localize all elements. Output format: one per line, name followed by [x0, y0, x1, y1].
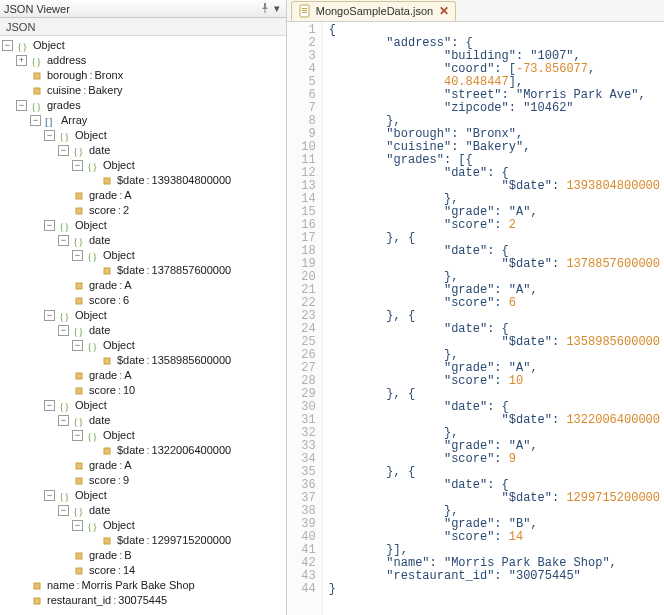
- tree-column-header[interactable]: JSON: [0, 18, 286, 36]
- expander-icon[interactable]: −: [58, 325, 69, 336]
- expander-icon[interactable]: −: [72, 160, 83, 171]
- tree-row[interactable]: grade:A: [2, 368, 284, 383]
- leaf-icon: [100, 264, 114, 278]
- tab-bar: MongoSampleData.json ✕: [287, 0, 664, 22]
- tree-row[interactable]: −{}date: [2, 233, 284, 248]
- tree-row[interactable]: grade:A: [2, 278, 284, 293]
- tree-row[interactable]: −{}Object: [2, 488, 284, 503]
- pin-icon[interactable]: [258, 3, 272, 15]
- tab-label: MongoSampleData.json: [316, 5, 433, 17]
- svg-rect-28: [76, 463, 82, 469]
- tree-row[interactable]: cuisine:Bakery: [2, 83, 284, 98]
- tree-row[interactable]: name:Morris Park Bake Shop: [2, 578, 284, 593]
- code-line[interactable]: "restaurant_id": "30075445": [329, 570, 660, 583]
- tree-row[interactable]: −{}Object: [2, 248, 284, 263]
- tree-row[interactable]: score:2: [2, 203, 284, 218]
- leaf-icon: [72, 189, 86, 203]
- object-icon: {}: [72, 504, 86, 518]
- code-area[interactable]: { "address": { "building": "1007", "coor…: [323, 22, 664, 615]
- svg-rect-15: [104, 268, 110, 274]
- tree-row[interactable]: −{}Object: [2, 38, 284, 53]
- expander-icon[interactable]: −: [58, 415, 69, 426]
- tree-row[interactable]: −{}Object: [2, 428, 284, 443]
- svg-text:{}: {}: [59, 310, 70, 322]
- svg-rect-22: [76, 373, 82, 379]
- tree-row[interactable]: score:14: [2, 563, 284, 578]
- expander-icon[interactable]: −: [72, 250, 83, 261]
- svg-rect-10: [76, 193, 82, 199]
- tree-row[interactable]: grade:A: [2, 188, 284, 203]
- leaf-icon: [72, 204, 86, 218]
- tree-row[interactable]: score:9: [2, 473, 284, 488]
- expander-icon[interactable]: −: [58, 235, 69, 246]
- expander-icon[interactable]: −: [72, 520, 83, 531]
- tree-row[interactable]: grade:A: [2, 458, 284, 473]
- tree-row[interactable]: −{}date: [2, 413, 284, 428]
- expander-icon[interactable]: −: [44, 220, 55, 231]
- tree-row[interactable]: $date:1378857600000: [2, 263, 284, 278]
- code-editor[interactable]: 1234567891011121314151617181920212223242…: [287, 22, 664, 615]
- expander-icon[interactable]: −: [30, 115, 41, 126]
- workspace: JSON Viewer ▾ JSON −{}Object+{}addressbo…: [0, 0, 664, 615]
- tree-row[interactable]: −{}date: [2, 323, 284, 338]
- object-icon: {}: [30, 99, 44, 113]
- object-icon: {}: [58, 219, 72, 233]
- tree-row[interactable]: −{}Object: [2, 218, 284, 233]
- code-line[interactable]: }: [329, 583, 660, 596]
- line-number-gutter: 1234567891011121314151617181920212223242…: [287, 22, 323, 615]
- object-icon: {}: [72, 234, 86, 248]
- svg-rect-3: [34, 88, 40, 94]
- object-icon: {}: [72, 144, 86, 158]
- tree-row[interactable]: −{}date: [2, 143, 284, 158]
- close-icon[interactable]: ✕: [439, 4, 449, 18]
- svg-rect-33: [104, 538, 110, 544]
- json-tree[interactable]: −{}Object+{}addressborough:Bronxcuisine:…: [0, 36, 286, 615]
- tree-row[interactable]: restaurant_id:30075445: [2, 593, 284, 608]
- expander-icon[interactable]: +: [16, 55, 27, 66]
- expander-icon[interactable]: −: [44, 130, 55, 141]
- tree-row[interactable]: −[]Array: [2, 113, 284, 128]
- tree-row[interactable]: $date:1299715200000: [2, 533, 284, 548]
- tree-row[interactable]: grade:B: [2, 548, 284, 563]
- tree-row[interactable]: score:6: [2, 293, 284, 308]
- expander-icon[interactable]: −: [44, 490, 55, 501]
- expander-icon[interactable]: −: [72, 430, 83, 441]
- expander-icon[interactable]: −: [16, 100, 27, 111]
- leaf-icon: [72, 279, 86, 293]
- expander-icon[interactable]: −: [58, 505, 69, 516]
- tree-row[interactable]: −{}Object: [2, 338, 284, 353]
- tree-row[interactable]: −{}Object: [2, 128, 284, 143]
- object-icon: {}: [86, 249, 100, 263]
- tree-row[interactable]: −{}Object: [2, 518, 284, 533]
- tree-row[interactable]: +{}address: [2, 53, 284, 68]
- svg-rect-21: [104, 358, 110, 364]
- svg-rect-29: [76, 478, 82, 484]
- tree-row[interactable]: −{}Object: [2, 158, 284, 173]
- svg-text:{}: {}: [31, 100, 42, 112]
- object-icon: {}: [86, 519, 100, 533]
- tab-mongosampledata[interactable]: MongoSampleData.json ✕: [291, 1, 456, 21]
- svg-text:{}: {}: [73, 415, 84, 427]
- tree-row[interactable]: −{}grades: [2, 98, 284, 113]
- tree-row[interactable]: $date:1393804800000: [2, 173, 284, 188]
- expander-icon[interactable]: −: [58, 145, 69, 156]
- tree-row[interactable]: −{}Object: [2, 398, 284, 413]
- tree-row[interactable]: $date:1358985600000: [2, 353, 284, 368]
- chevron-down-icon[interactable]: ▾: [272, 2, 282, 15]
- tree-row[interactable]: borough:Bronx: [2, 68, 284, 83]
- svg-text:{}: {}: [31, 55, 42, 67]
- tree-row[interactable]: $date:1322006400000: [2, 443, 284, 458]
- expander-icon[interactable]: −: [44, 400, 55, 411]
- svg-text:{}: {}: [87, 340, 98, 352]
- expander-icon[interactable]: −: [72, 340, 83, 351]
- object-icon: {}: [58, 129, 72, 143]
- leaf-icon: [72, 474, 86, 488]
- tree-row[interactable]: score:10: [2, 383, 284, 398]
- svg-rect-11: [76, 208, 82, 214]
- expander-icon[interactable]: −: [2, 40, 13, 51]
- tree-row[interactable]: −{}date: [2, 503, 284, 518]
- expander-icon[interactable]: −: [44, 310, 55, 321]
- json-viewer-pane: JSON Viewer ▾ JSON −{}Object+{}addressbo…: [0, 0, 287, 615]
- tree-row[interactable]: −{}Object: [2, 308, 284, 323]
- svg-rect-34: [76, 553, 82, 559]
